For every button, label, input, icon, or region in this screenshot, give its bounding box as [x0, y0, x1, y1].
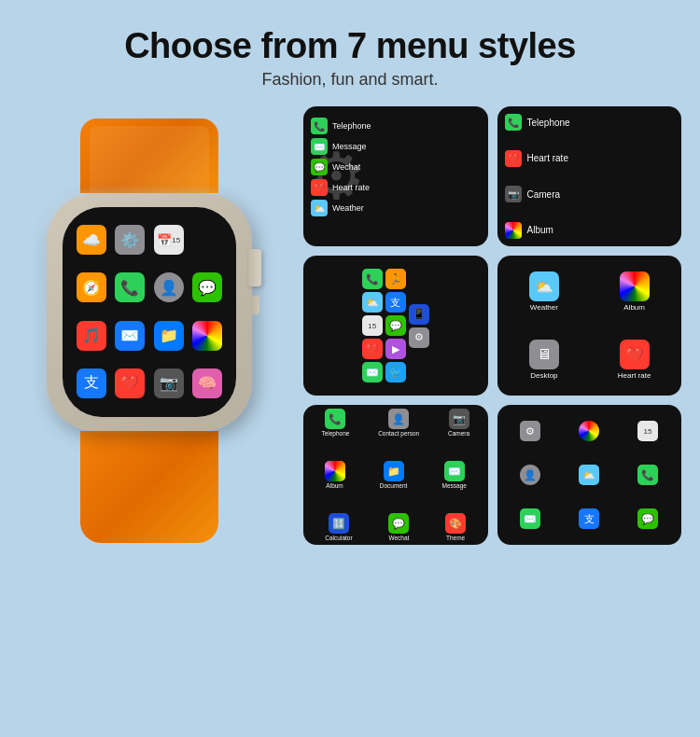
app-icon-compass: 🧭	[77, 272, 106, 302]
menu-card-4: ⛅ Weather Album 🖥 Desktop ❤️ Heart rate	[497, 256, 682, 396]
app-icon-heartrate: ❤️	[115, 368, 145, 398]
menu-card-6: ⚙ 15 👤 ⛅ 📞 ✉️ 支 💬	[497, 405, 682, 545]
menus-grid: ⚙ 📞 Telephone ✉️ Message 💬 Wechat ❤️ Hea…	[303, 106, 681, 545]
m3-app: 📱	[409, 304, 429, 325]
m4-heartrate: ❤️ Heart rate	[591, 327, 678, 392]
m4-album-icon	[620, 271, 650, 301]
m5-doc-icon: 📁	[384, 461, 404, 481]
m2-album-label: Album	[527, 225, 553, 235]
app-icon-music: 🎵	[77, 321, 106, 351]
m6-photos	[579, 421, 599, 441]
wechat-label: Wechat	[332, 162, 360, 172]
m4-album-label: Album	[623, 303, 645, 312]
m3-weather: ⛅	[362, 292, 383, 313]
page-subtitle: Fashion, fun and smart.	[0, 70, 700, 90]
m2-phone-icon: 📞	[505, 114, 522, 131]
m3-settings: ⚙	[409, 327, 429, 348]
menu2-camera: 📷 Camera	[505, 186, 675, 202]
m5-wechat-icon: 💬	[388, 513, 409, 534]
m5-camera-label: Camera	[448, 430, 469, 437]
smartwatch: ☁️ ⚙️ 📅15 🧭 📞 👤 💬 🎵 ✉️ 📁 支	[47, 118, 252, 543]
m6-wechat: 💬	[637, 508, 658, 529]
app-icon-contacts: 👤	[154, 272, 184, 302]
m5-row3: 🔢 Calculator 💬 Wechat 🎨 Theme	[307, 513, 484, 541]
m5-wechat: 💬 Wechat	[388, 513, 409, 541]
page-title: Choose from 7 menu styles	[0, 26, 700, 66]
m4-desktop: 🖥 Desktop	[501, 327, 588, 392]
list-item-weather: ⛅ Weather	[311, 200, 481, 216]
m4-weather-label: Weather	[530, 303, 558, 312]
app-icon-mail: ✉️	[115, 321, 145, 351]
m5-msg-icon: ✉️	[444, 461, 465, 481]
m4-weather: ⛅ Weather	[501, 259, 588, 324]
m5-calculator: 🔢 Calculator	[325, 513, 352, 541]
m5-theme-icon: 🎨	[445, 513, 466, 534]
m6-phone: 📞	[637, 465, 658, 485]
m6-weather: ⛅	[579, 465, 599, 485]
list-item-heartrate: ❤️ Heart rate	[311, 179, 481, 196]
watch-body: ☁️ ⚙️ 📅15 🧭 📞 👤 💬 🎵 ✉️ 📁 支	[47, 193, 252, 431]
header-section: Choose from 7 menu styles Fashion, fun a…	[0, 0, 700, 97]
watch-crown	[248, 249, 261, 286]
m5-camera: 📷 Camera	[448, 409, 469, 437]
m6-settings: ⚙	[520, 421, 540, 441]
m4-heartrate-label: Heart rate	[618, 371, 651, 380]
m4-desktop-label: Desktop	[530, 371, 557, 380]
menu2-heartrate: ❤️ Heart rate	[505, 150, 675, 167]
m5-theme-label: Theme	[446, 535, 465, 541]
telephone-label: Telephone	[332, 121, 371, 131]
m3-phone: 📞	[362, 269, 383, 289]
menu2-album: Album	[505, 222, 675, 239]
m3-twitter: 🐦	[385, 362, 406, 382]
app-icon-photos	[192, 321, 222, 351]
m5-album-icon	[325, 461, 345, 481]
m3-alipay: 支	[385, 292, 406, 313]
m3-wechat: 💬	[385, 315, 406, 336]
m3-play: ▶	[385, 339, 406, 359]
m5-camera-icon: 📷	[449, 409, 469, 429]
m4-album: Album	[591, 259, 678, 324]
m4-desktop-icon: 🖥	[529, 340, 559, 369]
menu-card-2: 📞 Telephone ❤️ Heart rate 📷 Camera Album	[497, 106, 682, 246]
watch-screen: ☁️ ⚙️ 📅15 🧭 📞 👤 💬 🎵 ✉️ 📁 支	[63, 207, 236, 417]
m6-msg: ✉️	[520, 508, 540, 529]
watch-band-top	[80, 118, 218, 193]
m5-album-label: Album	[326, 482, 343, 489]
weather-label: Weather	[332, 203, 364, 213]
m5-document: 📁 Document	[380, 461, 408, 489]
m3-health: ❤️	[362, 339, 383, 359]
telephone-icon: 📞	[311, 118, 328, 134]
list-item-message: ✉️ Message	[311, 138, 481, 155]
list-item-wechat: 💬 Wechat	[311, 159, 481, 175]
m5-album: Album	[325, 461, 345, 489]
m2-telephone-label: Telephone	[527, 118, 570, 128]
menu-card-1: ⚙ 📞 Telephone ✉️ Message 💬 Wechat ❤️ Hea…	[303, 106, 488, 246]
m5-message-label: Message	[442, 482, 467, 489]
m2-camera-icon: 📷	[505, 186, 522, 202]
watch-container: ☁️ ⚙️ 📅15 🧭 📞 👤 💬 🎵 ✉️ 📁 支	[9, 118, 289, 543]
m5-document-label: Document	[380, 482, 408, 489]
m5-contact-icon: 👤	[388, 409, 409, 429]
m5-row2: Album 📁 Document ✉️ Message	[307, 461, 484, 489]
heartrate-label: Heart rate	[332, 183, 370, 192]
content-area: ☁️ ⚙️ 📅15 🧭 📞 👤 💬 🎵 ✉️ 📁 支	[0, 97, 700, 554]
app-icon-files: 📁	[154, 321, 184, 351]
app-icon-wechat: 💬	[192, 272, 222, 302]
m4-weather-icon: ⛅	[529, 271, 559, 301]
app-icon-weather: ☁️	[77, 225, 106, 255]
m5-calc-icon: 🔢	[329, 513, 349, 534]
menu-card-5: 📞 Telephone 👤 Contact person 📷 Camera Al…	[303, 405, 488, 545]
m5-row1: 📞 Telephone 👤 Contact person 📷 Camera	[307, 409, 484, 437]
menu-card-3: 📞 ⛅ 15 ❤️ ✉️ 🏃 支 💬 ▶ 🐦 📱 ⚙	[303, 256, 488, 396]
m5-wechat-label: Wechat	[388, 535, 409, 541]
m5-telephone: 📞 Telephone	[321, 409, 349, 437]
message-label: Message	[332, 142, 367, 151]
m6-alipay: 支	[579, 508, 599, 529]
m3-msg: ✉️	[362, 362, 383, 382]
m3-calendar: 15	[362, 315, 383, 336]
m5-message: ✉️ Message	[442, 461, 467, 489]
wechat-icon: 💬	[311, 159, 328, 175]
m5-contact: 👤 Contact person	[378, 409, 419, 437]
app-icon-camera: 📷	[154, 368, 184, 398]
app-icon-phone: 📞	[115, 272, 145, 302]
